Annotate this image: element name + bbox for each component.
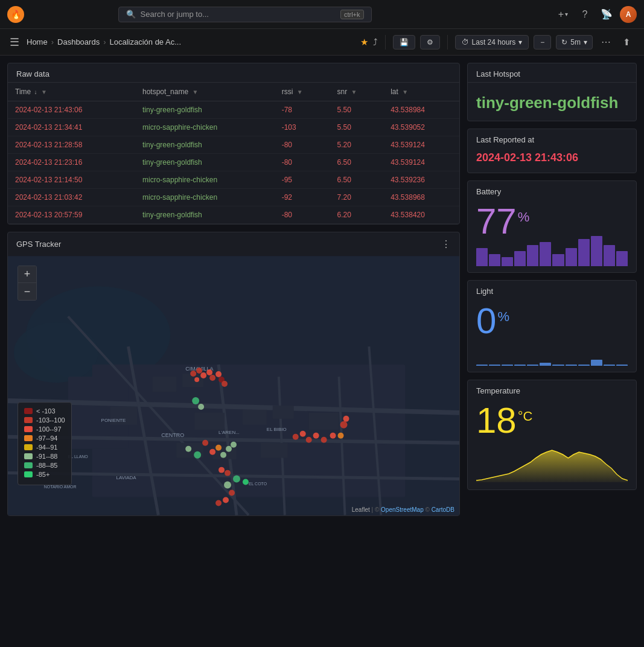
battery-bar bbox=[540, 242, 551, 266]
battery-panel: Battery 77 % bbox=[467, 180, 637, 273]
search-bar[interactable]: 🔍 Search or jump to... ctrl+k bbox=[118, 7, 372, 22]
legend-color bbox=[24, 417, 33, 423]
legend-color bbox=[24, 462, 33, 468]
cell-hotspot_name: micro-sapphire-chicken bbox=[135, 189, 275, 206]
help-button[interactable]: ? bbox=[576, 6, 593, 23]
svg-rect-17 bbox=[194, 413, 225, 430]
breadcrumb-sep-2: › bbox=[103, 37, 106, 46]
app-logo[interactable]: 🔥 bbox=[7, 6, 24, 23]
kiosk-button[interactable]: ⬆ bbox=[619, 34, 634, 50]
cell-snr: 7.20 bbox=[330, 189, 383, 206]
col-rssi[interactable]: rssi ▼ bbox=[275, 83, 330, 101]
zoom-in-button[interactable]: + bbox=[18, 266, 36, 283]
table-row: 2024-02-13 21:03:42micro-sapphire-chicke… bbox=[8, 189, 459, 206]
star-button[interactable]: ★ bbox=[360, 37, 368, 48]
chevron-down-icon: ▾ bbox=[518, 38, 522, 46]
cell-time: 2024-02-13 21:43:06 bbox=[8, 101, 135, 119]
save-button[interactable]: 💾 bbox=[393, 35, 415, 49]
news-button[interactable]: 📡 bbox=[598, 6, 615, 23]
main-content: Raw data Time ↓ ▼ hotspot_name ▼ bbox=[0, 56, 644, 523]
light-bar bbox=[527, 365, 538, 366]
filter-icon-hotspot[interactable]: ▼ bbox=[192, 89, 198, 95]
svg-point-52 bbox=[231, 442, 237, 448]
col-lat[interactable]: lat ▼ bbox=[383, 83, 459, 101]
filter-icon-lat[interactable]: ▼ bbox=[402, 89, 408, 95]
gps-menu-button[interactable]: ⋮ bbox=[441, 238, 451, 250]
legend-item: -88--85 bbox=[24, 462, 65, 469]
zoom-out-button[interactable]: − bbox=[534, 35, 551, 49]
map-container[interactable]: CIMAVILLA PONIENTE CENTRO L'AREN... LAVI… bbox=[8, 256, 459, 515]
legend-color bbox=[24, 444, 33, 450]
col-snr[interactable]: snr ▼ bbox=[330, 83, 383, 101]
avatar[interactable]: A bbox=[620, 6, 637, 23]
save-icon: 💾 bbox=[400, 38, 409, 46]
settings-button[interactable]: ⚙ bbox=[420, 35, 440, 49]
cell-snr: 6.50 bbox=[330, 171, 383, 189]
share-button[interactable]: ⤴ bbox=[373, 37, 378, 47]
light-bar bbox=[502, 365, 513, 366]
filter-icon-snr[interactable]: ▼ bbox=[351, 89, 357, 95]
battery-value-row: 77 % bbox=[468, 199, 636, 242]
refresh-interval: 5m bbox=[570, 38, 581, 46]
cell-hotspot_name: tiny-green-goldfish bbox=[135, 154, 275, 171]
filter-icon-time[interactable]: ▼ bbox=[41, 89, 47, 95]
more-menu-button[interactable]: ⋯ bbox=[598, 34, 614, 50]
light-bar bbox=[578, 365, 590, 366]
plus-icon: + bbox=[558, 9, 564, 20]
svg-point-62 bbox=[224, 482, 231, 489]
svg-point-47 bbox=[202, 440, 208, 446]
table-header: Time ↓ ▼ hotspot_name ▼ rssi ▼ bbox=[8, 83, 459, 101]
chevron-down-icon-refresh: ▾ bbox=[584, 38, 587, 46]
svg-point-35 bbox=[196, 368, 202, 374]
cell-snr: 6.20 bbox=[330, 206, 383, 224]
svg-point-48 bbox=[209, 449, 215, 455]
last-reported-value: 2024-02-13 21:43:06 bbox=[468, 147, 636, 173]
new-button[interactable]: + ▾ bbox=[555, 7, 572, 22]
raw-data-table: Time ↓ ▼ hotspot_name ▼ rssi ▼ bbox=[8, 83, 459, 224]
legend-label: -85+ bbox=[36, 471, 49, 478]
svg-point-68 bbox=[215, 500, 222, 506]
svg-text:PONIENTE: PONIENTE bbox=[101, 418, 126, 423]
cell-hotspot_name: tiny-green-goldfish bbox=[135, 136, 275, 154]
gps-tracker-panel: GPS Tracker ⋮ bbox=[7, 232, 460, 516]
refresh-button[interactable]: ↻ 5m ▾ bbox=[556, 35, 593, 49]
menu-icon[interactable]: ☰ bbox=[10, 36, 19, 49]
gps-header: GPS Tracker ⋮ bbox=[8, 232, 459, 256]
breadcrumb-current: Localización de Ac... bbox=[109, 37, 181, 46]
cell-snr: 6.50 bbox=[330, 154, 383, 171]
time-range-picker[interactable]: ⏱ Last 24 hours ▾ bbox=[455, 35, 529, 49]
search-icon: 🔍 bbox=[126, 10, 136, 19]
svg-point-58 bbox=[330, 433, 336, 439]
toolbar-actions: ★ ⤴ 💾 ⚙ ⏱ Last 24 hours ▾ − ↻ 5m ▾ ⋯ ⬆ bbox=[360, 34, 634, 50]
last-hotspot-panel: Last Hotspot tiny-green-goldfish bbox=[467, 63, 637, 121]
svg-point-60 bbox=[340, 421, 348, 429]
map-zoom-controls: + − bbox=[18, 266, 37, 301]
col-hotspot[interactable]: hotspot_name ▼ bbox=[135, 83, 275, 101]
clock-icon: ⏱ bbox=[462, 38, 469, 46]
map-attribution: Leaflet | © OpenStreetMap © CartoDB bbox=[352, 506, 454, 513]
svg-point-66 bbox=[218, 467, 225, 473]
cell-snr: 5.50 bbox=[330, 119, 383, 136]
cell-lat: 43.538984 bbox=[383, 101, 459, 119]
cell-lat: 43.538420 bbox=[383, 206, 459, 224]
table-row: 2024-02-13 21:28:58tiny-green-goldfish-8… bbox=[8, 136, 459, 154]
svg-point-69 bbox=[223, 497, 229, 503]
cell-lat: 43.539236 bbox=[383, 171, 459, 189]
battery-label: Battery bbox=[468, 181, 636, 199]
col-time[interactable]: Time ↓ ▼ bbox=[8, 83, 135, 101]
search-shortcut: ctrl+k bbox=[340, 10, 364, 19]
light-panel: Light 0 % bbox=[467, 280, 637, 372]
light-label: Light bbox=[468, 281, 636, 298]
breadcrumb-dashboards[interactable]: Dashboards bbox=[57, 37, 100, 46]
filter-icon-rssi[interactable]: ▼ bbox=[297, 89, 303, 95]
svg-point-49 bbox=[215, 445, 222, 451]
cell-hotspot_name: micro-sapphire-chicken bbox=[135, 119, 275, 136]
svg-point-36 bbox=[200, 372, 206, 378]
cell-rssi: -80 bbox=[275, 136, 330, 154]
svg-point-42 bbox=[194, 377, 199, 382]
light-unit: % bbox=[497, 309, 509, 325]
svg-point-41 bbox=[222, 381, 228, 387]
breadcrumb-home[interactable]: Home bbox=[27, 37, 48, 46]
zoom-out-button[interactable]: − bbox=[18, 283, 36, 300]
cell-snr: 5.20 bbox=[330, 136, 383, 154]
